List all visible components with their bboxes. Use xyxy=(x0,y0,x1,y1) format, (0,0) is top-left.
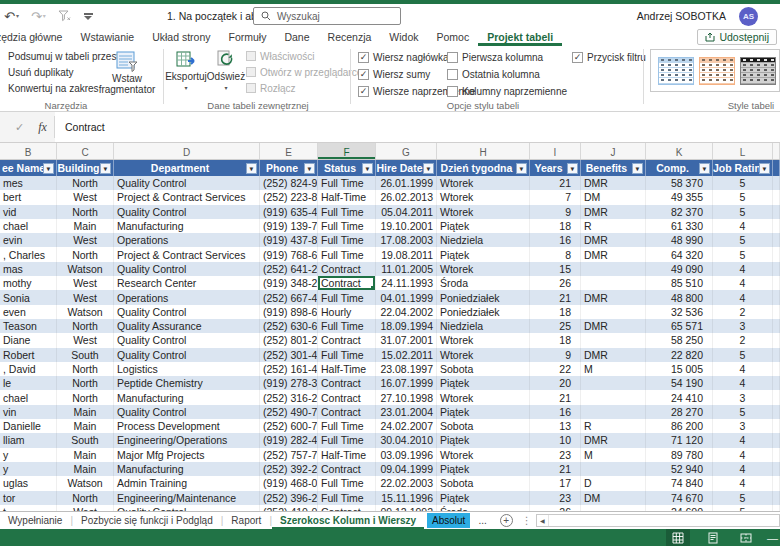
cell[interactable]: even xyxy=(0,305,57,319)
cell[interactable]: (252) 824-9735 xyxy=(260,176,318,190)
cell[interactable]: 17 xyxy=(530,476,581,490)
cell[interactable]: DMR xyxy=(581,247,646,261)
cell[interactable]: Piątek xyxy=(437,491,530,505)
cell[interactable]: Contract xyxy=(318,376,376,390)
table-style-orange-thumbnail[interactable] xyxy=(699,57,735,85)
cell[interactable]: (919) 768-6976 xyxy=(260,247,318,261)
cell[interactable]: 10 xyxy=(530,433,581,447)
cell[interactable]: (252) 223-8535 xyxy=(260,190,318,204)
cell[interactable]: Contract xyxy=(318,276,376,290)
page-break-preview-button[interactable] xyxy=(734,529,758,546)
cell[interactable]: Manufacturing xyxy=(114,390,260,404)
cell[interactable]: 17.08.2003 xyxy=(376,233,437,247)
cell[interactable]: Sobota xyxy=(437,476,530,490)
cell[interactable]: 9 xyxy=(530,348,581,362)
cell[interactable]: 52 940 xyxy=(646,462,713,476)
cell[interactable]: 61 330 xyxy=(646,219,713,233)
cell[interactable]: 3 xyxy=(713,390,773,404)
cell[interactable]: (252) 641-2482 xyxy=(260,262,318,276)
refresh-button[interactable]: Odśwież ▾ xyxy=(206,49,246,94)
cell[interactable]: 15.02.2011 xyxy=(376,348,437,362)
cell[interactable]: Niedziela xyxy=(437,233,530,247)
column-letter-L[interactable]: L xyxy=(713,143,773,159)
clear-filter-button[interactable] xyxy=(58,10,71,22)
cell[interactable]: 2 xyxy=(713,305,773,319)
scroll-left-button[interactable]: ◀ xyxy=(537,515,549,526)
cell[interactable]: Teason xyxy=(0,319,57,333)
cell[interactable]: 15 005 xyxy=(646,362,713,376)
cell[interactable]: (252) 396-2015 xyxy=(260,491,318,505)
sheet-tab-szerokosc-kolumn-i-wierszy[interactable]: Szerokosc Kolumn i Wierszy xyxy=(272,512,424,529)
cell[interactable]: (252) 757-7867 xyxy=(260,448,318,462)
cell[interactable]: 85 510 xyxy=(646,276,713,290)
ribbon-tab-recenzja[interactable]: Recenzja xyxy=(319,28,381,46)
cell[interactable]: Wtorek xyxy=(437,190,530,204)
cell[interactable]: Project & Contract Services xyxy=(114,247,260,261)
normal-view-button[interactable] xyxy=(666,529,690,546)
cell[interactable]: DMR xyxy=(581,348,646,362)
cell[interactable]: 27.10.1998 xyxy=(376,390,437,404)
cell[interactable]: 4 xyxy=(713,290,773,304)
cell[interactable]: (252) 801-2440 xyxy=(260,333,318,347)
cell[interactable]: 82 370 xyxy=(646,205,713,219)
cell[interactable]: 28 270 xyxy=(646,405,713,419)
cell[interactable]: West xyxy=(57,290,114,304)
cell[interactable]: M xyxy=(581,448,646,462)
cell[interactable]: 04.01.1999 xyxy=(376,290,437,304)
cell[interactable]: 18 xyxy=(530,219,581,233)
cell[interactable]: Contract xyxy=(318,462,376,476)
cell[interactable]: Danielle xyxy=(0,419,57,433)
cell[interactable]: 4 xyxy=(713,462,773,476)
cell[interactable]: Major Mfg Projects xyxy=(114,448,260,462)
cell[interactable]: Quality Assurance xyxy=(114,319,260,333)
cell[interactable]: 64 320 xyxy=(646,247,713,261)
ribbon-tab-narz-dzia-g-wne[interactable]: Narzędzia główne xyxy=(0,28,71,46)
cell[interactable]: Piątek xyxy=(437,433,530,447)
cell[interactable]: (919) 139-7811 xyxy=(260,219,318,233)
cell[interactable]: North xyxy=(57,319,114,333)
filter-button[interactable]: ▾ xyxy=(304,163,315,174)
cell[interactable]: Full Time xyxy=(318,219,376,233)
cell[interactable]: North xyxy=(57,205,114,219)
cell[interactable]: 5 xyxy=(713,190,773,204)
cell[interactable]: Main xyxy=(57,448,114,462)
cell[interactable]: 21 xyxy=(530,290,581,304)
cell[interactable]: Main xyxy=(57,462,114,476)
cell[interactable]: (252) 301-4821 xyxy=(260,348,318,362)
cell[interactable]: 5 xyxy=(713,491,773,505)
cell[interactable]: Contract xyxy=(318,405,376,419)
cell[interactable]: Wtorek xyxy=(437,448,530,462)
cell[interactable]: 3 xyxy=(713,419,773,433)
table-header-status[interactable]: Status▾ xyxy=(318,160,376,176)
cell[interactable]: Logistics xyxy=(114,362,260,376)
ribbon-tab-projekt-tabeli[interactable]: Projekt tabeli xyxy=(478,28,562,46)
cell[interactable]: bert xyxy=(0,190,57,204)
cell[interactable]: , David xyxy=(0,362,57,376)
cell[interactable]: Sobota xyxy=(437,362,530,376)
ribbon-tab-pomoc[interactable]: Pomoc xyxy=(428,28,479,46)
cell[interactable]: Poniedziałek xyxy=(437,305,530,319)
cell[interactable]: mes xyxy=(0,176,57,190)
cell[interactable]: Piątek xyxy=(437,376,530,390)
cell[interactable]: Operations xyxy=(114,233,260,247)
cell[interactable]: Full Time xyxy=(318,247,376,261)
cell[interactable]: South xyxy=(57,348,114,362)
cell[interactable]: 48 800 xyxy=(646,290,713,304)
column-letter-I[interactable]: I xyxy=(530,143,581,159)
cell[interactable]: Half-Time xyxy=(318,448,376,462)
cell[interactable]: 22.02.2003 xyxy=(376,476,437,490)
page-layout-view-button[interactable] xyxy=(701,529,725,546)
cell[interactable]: Full Time xyxy=(318,476,376,490)
cell[interactable]: 5 xyxy=(713,405,773,419)
add-sheet-button[interactable]: + xyxy=(500,514,513,527)
cell[interactable]: 4 xyxy=(713,433,773,447)
undo-button[interactable]: ↶▾ xyxy=(4,10,19,23)
cell[interactable]: Manufacturing xyxy=(114,219,260,233)
cell[interactable] xyxy=(581,262,646,276)
filter-button[interactable]: ▾ xyxy=(632,163,643,174)
cell[interactable]: 18 xyxy=(530,305,581,319)
table-header-department[interactable]: Department▾ xyxy=(114,160,260,176)
column-letter-F[interactable]: F xyxy=(318,143,376,159)
cell[interactable]: DM xyxy=(581,190,646,204)
user-name[interactable]: Andrzej SOBOTKA xyxy=(637,4,726,28)
